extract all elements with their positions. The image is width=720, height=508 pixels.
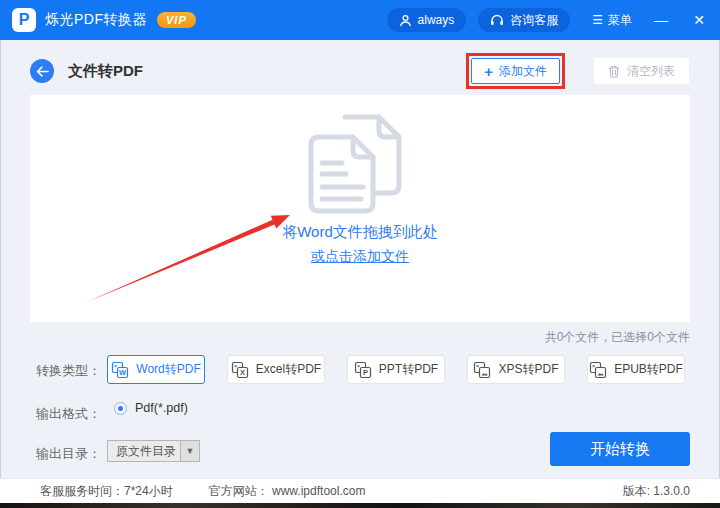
pdf-format-option: Pdf(*.pdf) xyxy=(135,401,188,415)
svg-text:W: W xyxy=(119,368,127,377)
convert-type-group: W Word转PDF X Excel转PDF P PPT转PDF xyxy=(107,355,685,384)
arrow-left-icon xyxy=(36,66,49,77)
back-button[interactable] xyxy=(30,59,54,83)
annotation-highlight-box: + 添加文件 xyxy=(466,53,565,89)
file-count-status: 共0个文件，已选择0个文件 xyxy=(545,329,690,346)
app-title: 烁光PDF转换器 xyxy=(45,11,147,29)
headset-icon xyxy=(490,14,504,27)
customer-service-label: 咨询客服 xyxy=(510,12,558,29)
output-dir-dropdown[interactable]: 原文件目录 ▼ xyxy=(107,440,200,462)
footer-bar: 客服服务时间：7*24小时 官方网站： www.ipdftool.com 版本:… xyxy=(0,478,720,503)
minimize-button[interactable]: — xyxy=(652,12,670,28)
trash-icon xyxy=(608,65,620,78)
radio-selected-icon xyxy=(114,402,127,415)
type-excel-to-pdf[interactable]: X Excel转PDF xyxy=(227,355,325,384)
svg-text:X: X xyxy=(240,368,245,377)
type-word-to-pdf[interactable]: W Word转PDF xyxy=(107,355,205,384)
type-label: EPUB转PDF xyxy=(614,361,683,378)
user-account-button[interactable]: always xyxy=(387,8,467,32)
type-xps-to-pdf[interactable]: XPS转PDF xyxy=(467,355,565,384)
page-title: 文件转PDF xyxy=(68,62,143,81)
xps-doc-icon xyxy=(473,361,491,379)
add-file-button[interactable]: + 添加文件 xyxy=(471,58,560,84)
clear-list-button[interactable]: 清空列表 xyxy=(593,57,690,85)
output-dir-label: 输出目录： xyxy=(36,445,101,463)
vip-badge: VIP xyxy=(157,12,196,28)
official-website-text: 官方网站： www.ipdftool.com xyxy=(209,483,366,500)
documents-icon xyxy=(301,111,419,215)
app-logo-icon: P xyxy=(12,8,36,32)
output-format-label: 输出格式： xyxy=(36,405,101,423)
svg-text:P: P xyxy=(363,368,368,377)
word-doc-icon: W xyxy=(111,361,129,379)
clear-list-label: 清空列表 xyxy=(627,63,675,80)
menu-button[interactable]: ☰ 菜单 xyxy=(592,12,632,29)
click-to-add-link[interactable]: 或点击添加文件 xyxy=(30,248,690,266)
version-text: 版本: 1.3.0.0 xyxy=(623,483,690,500)
titlebar: P 烁光PDF转换器 VIP always 咨询客服 ☰ 菜单 — ✕ xyxy=(0,0,720,40)
hamburger-icon: ☰ xyxy=(592,13,603,27)
page-header: 文件转PDF + 添加文件 清空列表 xyxy=(30,52,690,90)
convert-type-label: 转换类型： xyxy=(36,362,101,380)
epub-doc-icon xyxy=(589,361,607,379)
user-icon xyxy=(399,14,412,27)
desktop-background-strip xyxy=(0,503,720,508)
pdf-format-radio[interactable]: Pdf(*.pdf) xyxy=(114,401,188,415)
user-name: always xyxy=(418,13,455,27)
drop-hint-text: 将Word文件拖拽到此处 xyxy=(30,223,690,242)
plus-icon: + xyxy=(484,63,493,80)
chevron-down-icon: ▼ xyxy=(180,441,199,461)
drop-zone[interactable]: 将Word文件拖拽到此处 或点击添加文件 xyxy=(30,95,690,322)
customer-service-button[interactable]: 咨询客服 xyxy=(478,8,570,32)
type-label: XPS转PDF xyxy=(498,361,558,378)
ppt-doc-icon: P xyxy=(354,361,372,379)
service-time-text: 客服服务时间：7*24小时 xyxy=(40,483,173,500)
start-convert-button[interactable]: 开始转换 xyxy=(550,432,690,466)
type-label: Word转PDF xyxy=(136,361,200,378)
add-file-label: 添加文件 xyxy=(499,63,547,80)
type-label: PPT转PDF xyxy=(379,361,438,378)
menu-label: 菜单 xyxy=(608,12,632,29)
type-epub-to-pdf[interactable]: EPUB转PDF xyxy=(587,355,685,384)
app-window: P 烁光PDF转换器 VIP always 咨询客服 ☰ 菜单 — ✕ xyxy=(0,0,720,508)
type-label: Excel转PDF xyxy=(256,361,321,378)
close-button[interactable]: ✕ xyxy=(690,12,708,28)
excel-doc-icon: X xyxy=(231,361,249,379)
type-ppt-to-pdf[interactable]: P PPT转PDF xyxy=(347,355,445,384)
output-dir-value: 原文件目录 xyxy=(108,443,180,460)
